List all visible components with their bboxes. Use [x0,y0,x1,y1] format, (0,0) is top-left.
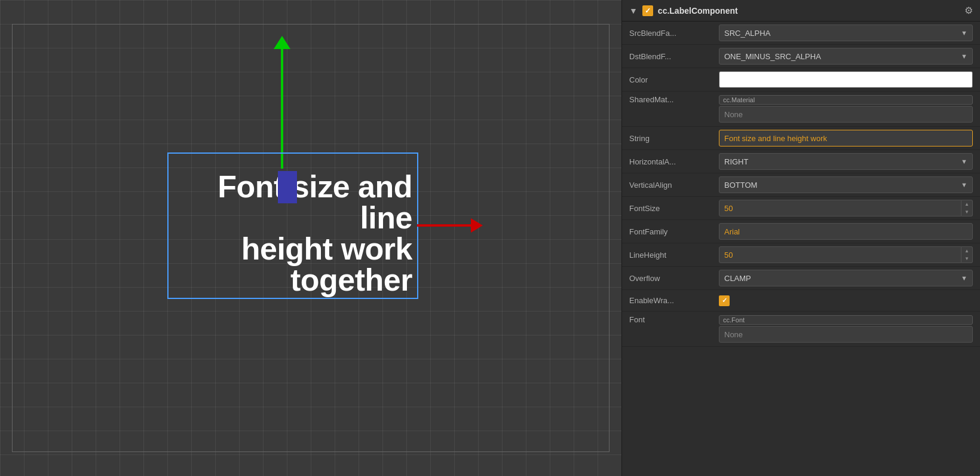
component-title: cc.LabelComponent [658,6,960,16]
font-wrapper: cc.Font None [719,315,973,343]
red-arrow [417,218,483,233]
horizontal-align-dropdown[interactable]: RIGHT ▼ [719,153,973,170]
vertical-align-dropdown[interactable]: BOTTOM ▼ [719,176,973,193]
shared-mat-label: SharedMat... [629,95,719,104]
enablewrap-label: EnableWra... [629,296,719,305]
font-value: cc.Font None [719,315,973,343]
expand-icon[interactable]: ▼ [629,6,638,16]
green-arrow-line [281,49,283,169]
overflow-dropdown[interactable]: CLAMP ▼ [719,270,973,286]
red-arrow-line [417,224,471,227]
shared-mat-tag: cc.Material [719,95,973,105]
fontsize-up-button[interactable]: ▲ [961,200,972,208]
overflow-label: Overflow [629,274,719,283]
shared-mat-row: SharedMat... cc.Material None [622,91,980,127]
shared-mat-field[interactable]: None [719,106,973,123]
properties-panel: ▼ cc.LabelComponent ⚙ SrcBlendFa... SRC_… [621,0,980,476]
fontsize-row: FontSize 50 ▲ ▼ [622,197,980,220]
lineheight-spinner: ▲ ▼ [961,246,973,263]
fontfamily-label: FontFamily [629,227,719,236]
string-row: String Font size and line height work [622,127,980,150]
string-field[interactable]: Font size and line height work [719,130,973,147]
fontsize-value: 50 ▲ ▼ [719,200,973,216]
green-arrow-head [274,36,290,49]
red-arrow-head [471,218,483,233]
fontsize-down-button[interactable]: ▼ [961,208,972,216]
chevron-down-icon: ▼ [961,29,967,36]
dst-blend-row: DstBlendF... ONE_MINUS_SRC_ALPHA ▼ [622,45,980,68]
dst-blend-dropdown[interactable]: ONE_MINUS_SRC_ALPHA ▼ [719,48,973,65]
canvas-area: Font size and lineheight worktogether [0,0,621,476]
shared-mat-wrapper: cc.Material None [719,95,973,123]
color-row: Color [622,68,980,91]
horizontal-align-label: HorizontalA... [629,157,719,166]
color-value [719,71,973,88]
fontsize-label: FontSize [629,204,719,213]
vertical-align-label: VerticalAlign [629,181,719,190]
lineheight-label: LineHeight [629,251,719,260]
src-blend-value: SRC_ALPHA ▼ [719,25,973,41]
green-arrow [274,36,290,169]
horizontal-align-row: HorizontalA... RIGHT ▼ [622,150,980,173]
chevron-down-icon: ▼ [961,274,967,282]
chevron-down-icon: ▼ [961,181,967,188]
fontfamily-field[interactable]: Arial [719,223,973,240]
enablewrap-value [719,295,973,306]
lineheight-down-button[interactable]: ▼ [961,255,972,263]
shared-mat-value: cc.Material None [719,95,973,123]
component-enabled-checkbox[interactable] [642,5,653,16]
vertical-align-row: VerticalAlign BOTTOM ▼ [622,173,980,197]
text-highlight [278,171,297,203]
font-label: Font [629,315,719,324]
fontsize-field[interactable]: 50 [719,200,961,216]
lineheight-field[interactable]: 50 [719,246,961,263]
fontsize-wrapper: 50 ▲ ▼ [719,200,973,216]
fontsize-spinner: ▲ ▼ [961,200,973,216]
font-row: Font cc.Font None [622,312,980,347]
string-value: Font size and line height work [719,130,973,147]
chevron-down-icon: ▼ [961,53,967,60]
src-blend-label: SrcBlendFa... [629,29,719,38]
vertical-align-value: BOTTOM ▼ [719,176,973,193]
string-label: String [629,134,719,143]
dst-blend-value: ONE_MINUS_SRC_ALPHA ▼ [719,48,973,65]
font-field[interactable]: None [719,326,973,343]
color-label: Color [629,75,719,84]
lineheight-row: LineHeight 50 ▲ ▼ [622,243,980,267]
fontfamily-value: Arial [719,223,973,240]
lineheight-wrapper: 50 ▲ ▼ [719,246,973,263]
dst-blend-label: DstBlendF... [629,52,719,61]
component-header: ▼ cc.LabelComponent ⚙ [622,0,980,22]
src-blend-row: SrcBlendFa... SRC_ALPHA ▼ [622,22,980,45]
text-box-content: Font size and lineheight worktogether [169,171,417,298]
horizontal-align-value: RIGHT ▼ [719,153,973,170]
enablewrap-row: EnableWra... [622,290,980,312]
overflow-value: CLAMP ▼ [719,270,973,286]
font-tag: cc.Font [719,315,973,325]
gear-icon[interactable]: ⚙ [964,5,973,16]
chevron-down-icon: ▼ [961,158,967,165]
fontfamily-row: FontFamily Arial [622,220,980,243]
enablewrap-checkbox[interactable] [719,295,730,306]
overflow-row: Overflow CLAMP ▼ [622,267,980,290]
text-box[interactable]: Font size and lineheight worktogether [167,152,418,299]
lineheight-value: 50 ▲ ▼ [719,246,973,263]
lineheight-up-button[interactable]: ▲ [961,247,972,255]
src-blend-dropdown[interactable]: SRC_ALPHA ▼ [719,25,973,41]
color-field[interactable] [719,71,973,88]
